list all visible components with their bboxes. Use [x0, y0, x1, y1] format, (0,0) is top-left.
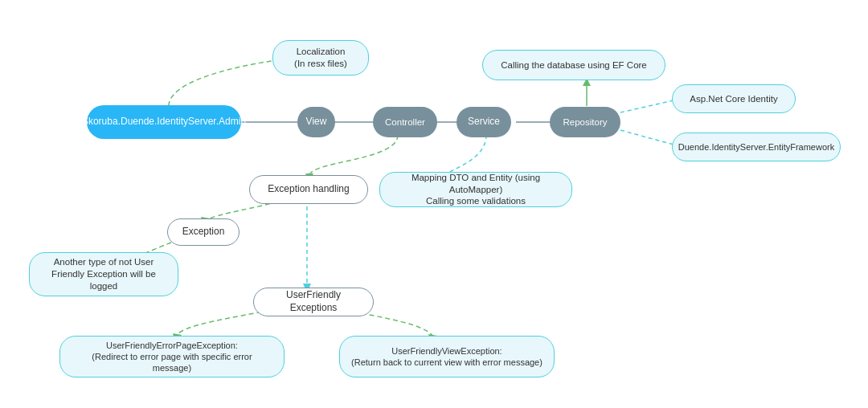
view-node: View — [297, 107, 335, 137]
duende-ef-node: Duende.IdentityServer.EntityFramework — [672, 133, 841, 161]
exception-node: Exception — [167, 218, 240, 246]
ef-core-node: Calling the database using EF Core — [482, 50, 665, 80]
user-friendly-node: UserFriendly Exceptions — [253, 288, 374, 316]
localization-node: Localization (In resx files) — [272, 40, 369, 75]
uf-view-node: UserFriendlyViewException: (Return back … — [339, 336, 555, 377]
svg-line-7 — [620, 100, 674, 112]
uf-error-page-node: UserFriendlyErrorPageException: (Redirec… — [59, 336, 285, 377]
repository-node: Repository — [550, 107, 620, 137]
controller-node: Controller — [373, 107, 437, 137]
asp-identity-node: Asp.Net Core Identity — [672, 84, 796, 113]
exception-handling-node: Exception handling — [249, 175, 368, 204]
svg-line-8 — [620, 130, 674, 145]
diagram: Skoruba.Duende.IdentityServer.Admin View… — [0, 0, 868, 408]
mapping-dto-node: Mapping DTO and Entity (using AutoMapper… — [379, 172, 572, 207]
service-node: Service — [457, 107, 511, 137]
main-node: Skoruba.Duende.IdentityServer.Admin — [87, 105, 241, 139]
another-type-node: Another type of not User Friendly Except… — [29, 252, 178, 296]
